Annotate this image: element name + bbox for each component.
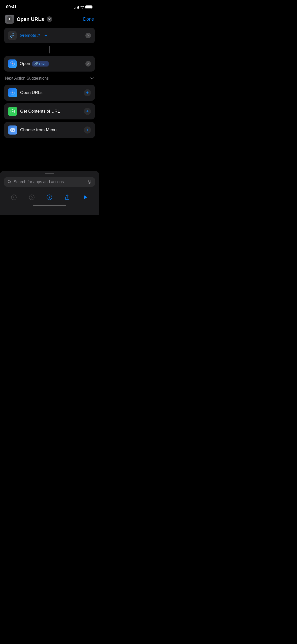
share-button[interactable]: [62, 192, 73, 203]
open-url-row: Open 🔗 URL: [20, 61, 49, 67]
suggestion-get-contents-label: Get Contents of URL: [20, 109, 60, 114]
url-input-card[interactable]: tvremote:// + ✕: [4, 28, 95, 43]
signal-bar-3: [77, 7, 78, 9]
status-time: 09:41: [6, 5, 17, 10]
search-bar[interactable]: Search for apps and actions: [4, 177, 95, 187]
suggestion-open-urls-add[interactable]: +: [84, 89, 91, 96]
svg-point-16: [29, 195, 34, 200]
suggestion-get-contents[interactable]: Get Contents of URL +: [4, 103, 95, 119]
svg-point-4: [12, 63, 13, 64]
open-url-clear-button[interactable]: ✕: [85, 61, 91, 67]
suggestion-choose-menu[interactable]: Choose from Menu +: [4, 122, 95, 138]
search-bar-container: Search for apps and actions: [0, 177, 99, 190]
url-tag-link-icon: 🔗: [34, 62, 38, 66]
suggestion-open-urls[interactable]: Open URLs +: [4, 85, 95, 101]
url-clear-button[interactable]: ✕: [85, 33, 91, 38]
svg-point-8: [12, 92, 13, 93]
suggestion-choose-menu-add[interactable]: +: [84, 126, 91, 134]
bottom-sheet: Search for apps and actions: [0, 171, 99, 215]
link-icon: [8, 31, 17, 40]
wifi-icon: [80, 6, 84, 9]
suggestion-open-urls-left: Open URLs: [8, 88, 43, 97]
main-content: tvremote:// + ✕ Open 🔗: [0, 28, 99, 138]
signal-bar-2: [76, 7, 76, 9]
nav-chevron-icon[interactable]: [47, 16, 52, 22]
info-button[interactable]: [44, 192, 55, 203]
battery-icon: [85, 5, 93, 9]
nav-header: Open URLs Done: [0, 13, 99, 28]
signal-bars-icon: [74, 6, 79, 9]
suggestions-chevron-icon: [90, 77, 94, 80]
search-placeholder: Search for apps and actions: [14, 180, 85, 184]
home-indicator: [33, 205, 66, 206]
suggestion-choose-menu-left: Choose from Menu: [8, 125, 57, 135]
svg-rect-10: [11, 128, 15, 132]
suggestion-safari-icon: [8, 88, 17, 97]
shortcuts-icon: [5, 15, 14, 24]
svg-rect-13: [89, 180, 90, 182]
suggestions-title: Next Action Suggestions: [5, 76, 49, 81]
signal-bar-4: [78, 6, 79, 9]
bottom-toolbar: [0, 190, 99, 203]
forward-button[interactable]: [26, 192, 37, 203]
signal-bar-1: [74, 8, 75, 9]
svg-line-12: [10, 183, 11, 184]
suggestion-get-contents-add[interactable]: +: [84, 108, 91, 115]
suggestion-blue-icon: [8, 125, 17, 135]
status-icons: [74, 5, 93, 9]
url-tag[interactable]: 🔗 URL: [32, 61, 49, 67]
svg-point-19: [49, 196, 50, 197]
nav-title-group[interactable]: Open URLs: [5, 15, 52, 24]
bottom-sheet-handle: [45, 173, 54, 174]
nav-title: Open URLs: [17, 16, 44, 22]
url-input-value[interactable]: tvremote://: [20, 33, 40, 38]
open-label: Open: [20, 61, 30, 66]
search-icon: [8, 180, 12, 184]
safari-icon: [8, 59, 17, 68]
mic-icon[interactable]: [87, 180, 91, 184]
suggestion-green-icon: [8, 107, 17, 116]
action-divider: [49, 46, 50, 53]
suggestion-open-urls-label: Open URLs: [20, 90, 43, 95]
open-url-card[interactable]: Open 🔗 URL ✕: [4, 56, 95, 72]
back-button[interactable]: [8, 192, 19, 203]
open-url-inner: Open 🔗 URL: [8, 59, 85, 68]
suggestions-header[interactable]: Next Action Suggestions: [4, 74, 95, 85]
url-tag-label: URL: [39, 62, 47, 66]
done-button[interactable]: Done: [83, 17, 94, 22]
status-bar: 09:41: [0, 0, 99, 13]
play-button[interactable]: [80, 192, 91, 203]
suggestion-get-contents-left: Get Contents of URL: [8, 107, 60, 116]
suggestion-choose-menu-label: Choose from Menu: [20, 127, 57, 133]
url-add-button[interactable]: +: [44, 32, 48, 39]
url-input-inner: tvremote:// +: [8, 31, 85, 40]
svg-point-15: [11, 195, 16, 200]
